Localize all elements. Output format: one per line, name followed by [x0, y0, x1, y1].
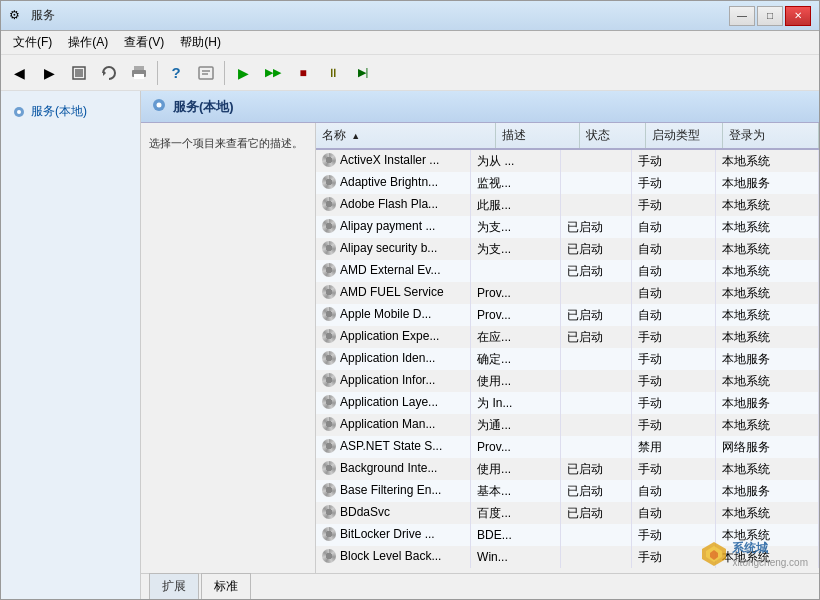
service-name-text: Application Expe... [340, 329, 439, 343]
services-table-area: 名称 ▲ 描述 状态 启动类型 登录为 [316, 123, 819, 573]
table-body: ActiveX Installer ...为从 ...手动本地系统Adaptiv… [316, 150, 819, 568]
sidebar-item-local-services[interactable]: 服务(本地) [5, 99, 136, 124]
service-status [561, 524, 632, 546]
table-row[interactable]: BDdaSvc百度...已启动自动本地系统 [316, 502, 819, 524]
minimize-button[interactable]: — [729, 6, 755, 26]
maximize-button[interactable]: □ [757, 6, 783, 26]
table-row[interactable]: Apple Mobile D...Prov...已启动自动本地系统 [316, 304, 819, 326]
service-login: 网络服务 [715, 436, 818, 458]
table-row[interactable]: Application Iden...确定...手动本地服务 [316, 348, 819, 370]
service-name-text: BitLocker Drive ... [340, 527, 435, 541]
service-desc: Prov... [471, 436, 561, 458]
back-button[interactable]: ◀ [5, 59, 33, 87]
tab-standard[interactable]: 标准 [201, 573, 251, 599]
service-gear-icon [322, 417, 336, 431]
table-row[interactable]: Application Expe...在应...已启动手动本地系统 [316, 326, 819, 348]
table-scroll[interactable]: ActiveX Installer ...为从 ...手动本地系统Adaptiv… [316, 150, 819, 573]
service-gear-icon [322, 153, 336, 167]
separator-1 [157, 61, 158, 85]
service-name-text: Application Iden... [340, 351, 435, 365]
menu-file[interactable]: 文件(F) [5, 32, 60, 53]
svg-point-12 [157, 103, 162, 108]
service-status [561, 348, 632, 370]
service-login: 本地服务 [715, 392, 818, 414]
sidebar-label: 服务(本地) [31, 103, 87, 120]
service-desc: 此服... [471, 194, 561, 216]
help-button[interactable]: ? [162, 59, 190, 87]
service-desc: 基本... [471, 480, 561, 502]
col-header-desc[interactable]: 描述 [495, 123, 579, 149]
table-row[interactable]: ASP.NET State S...Prov...禁用网络服务 [316, 436, 819, 458]
table-row[interactable]: Alipay payment ...为支...已启动自动本地系统 [316, 216, 819, 238]
stop-button[interactable]: ■ [289, 59, 317, 87]
service-status: 已启动 [561, 502, 632, 524]
table-row[interactable]: Application Laye...为 In...手动本地服务 [316, 392, 819, 414]
table-row[interactable]: Adobe Flash Pla...此服...手动本地系统 [316, 194, 819, 216]
svg-marker-2 [103, 70, 106, 76]
pause-button[interactable]: ⏸ [319, 59, 347, 87]
table-row[interactable]: Application Man...为通...手动本地系统 [316, 414, 819, 436]
restart-button[interactable]: ▶| [349, 59, 377, 87]
service-name: Application Laye... [316, 392, 471, 414]
service-name-text: Adaptive Brightn... [340, 175, 438, 189]
play-button[interactable]: ▶ [229, 59, 257, 87]
svg-rect-1 [75, 69, 83, 77]
service-startup: 自动 [632, 304, 716, 326]
watermark: 系统城 xitongcheng.com [700, 540, 808, 568]
col-header-startup[interactable]: 启动类型 [645, 123, 723, 149]
menu-view[interactable]: 查看(V) [116, 32, 172, 53]
print-button[interactable] [125, 59, 153, 87]
table-row[interactable]: AMD FUEL ServiceProv...自动本地系统 [316, 282, 819, 304]
service-status: 已启动 [561, 216, 632, 238]
service-startup: 手动 [632, 458, 716, 480]
service-startup: 自动 [632, 502, 716, 524]
service-name-text: ActiveX Installer ... [340, 153, 439, 167]
menu-help[interactable]: 帮助(H) [172, 32, 229, 53]
bottom-tabs: 扩展 标准 [141, 573, 819, 599]
forward-button[interactable]: ▶ [35, 59, 63, 87]
service-login: 本地系统 [715, 282, 818, 304]
service-desc: 为 In... [471, 392, 561, 414]
service-gear-icon [322, 373, 336, 387]
service-status [561, 282, 632, 304]
col-header-login[interactable]: 登录为 [723, 123, 819, 149]
service-desc: 为通... [471, 414, 561, 436]
table-row[interactable]: Alipay security b...为支...已启动自动本地系统 [316, 238, 819, 260]
service-name-text: Application Laye... [340, 395, 438, 409]
right-panel: 服务(本地) 选择一个项目来查看它的描述。 [141, 91, 819, 599]
table-row[interactable]: Application Infor...使用...手动本地系统 [316, 370, 819, 392]
col-header-name[interactable]: 名称 ▲ [316, 123, 495, 149]
services-icon [11, 104, 27, 120]
up-button[interactable] [65, 59, 93, 87]
service-login: 本地系统 [715, 502, 818, 524]
properties-button[interactable] [192, 59, 220, 87]
service-desc: 为支... [471, 216, 561, 238]
service-name: AMD External Ev... [316, 260, 471, 282]
menu-action[interactable]: 操作(A) [60, 32, 116, 53]
service-name: Application Man... [316, 414, 471, 436]
table-row[interactable]: ActiveX Installer ...为从 ...手动本地系统 [316, 150, 819, 172]
table-row[interactable]: Background Inte...使用...已启动手动本地系统 [316, 458, 819, 480]
service-startup: 手动 [632, 392, 716, 414]
service-name-text: AMD FUEL Service [340, 285, 444, 299]
service-name-text: BDdaSvc [340, 505, 390, 519]
main-window: ⚙ 服务 — □ ✕ 文件(F) 操作(A) 查看(V) 帮助(H) ◀ ▶ ? [0, 0, 820, 600]
refresh-button[interactable] [95, 59, 123, 87]
close-button[interactable]: ✕ [785, 6, 811, 26]
window-controls: — □ ✕ [729, 6, 811, 26]
service-status: 已启动 [561, 304, 632, 326]
service-gear-icon [322, 285, 336, 299]
table-row[interactable]: Base Filtering En...基本...已启动自动本地服务 [316, 480, 819, 502]
window-title: 服务 [31, 7, 729, 24]
service-startup: 自动 [632, 282, 716, 304]
table-row[interactable]: AMD External Ev...已启动自动本地系统 [316, 260, 819, 282]
service-login: 本地系统 [715, 194, 818, 216]
separator-2 [224, 61, 225, 85]
tab-expand[interactable]: 扩展 [149, 573, 199, 599]
table-row[interactable]: Adaptive Brightn...监视...手动本地服务 [316, 172, 819, 194]
fast-forward-button[interactable]: ▶▶ [259, 59, 287, 87]
col-header-status[interactable]: 状态 [579, 123, 645, 149]
service-name-text: Apple Mobile D... [340, 307, 431, 321]
service-name: Adaptive Brightn... [316, 172, 471, 194]
service-name-text: Alipay security b... [340, 241, 437, 255]
